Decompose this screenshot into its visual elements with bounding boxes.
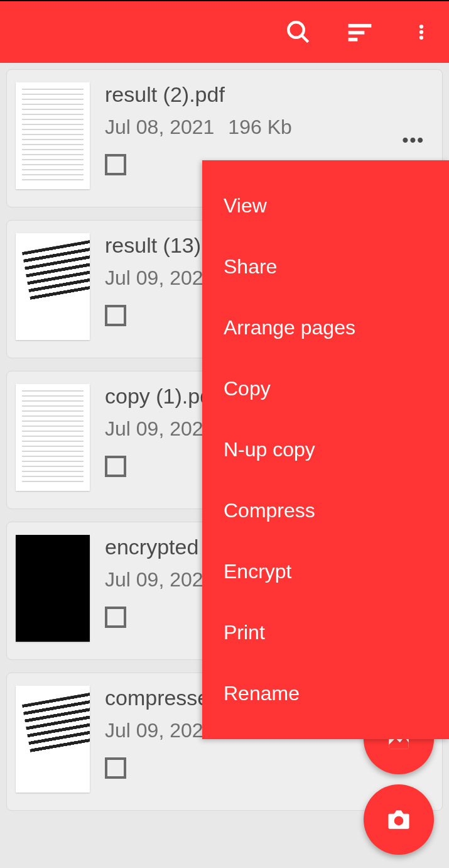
file-date: Jul 08, 2021 — [105, 116, 214, 139]
sort-icon[interactable] — [345, 17, 375, 47]
menu-item-encrypt[interactable]: Encrypt — [202, 541, 449, 602]
file-checkbox[interactable] — [105, 154, 126, 175]
menu-item-compress[interactable]: Compress — [202, 480, 449, 541]
svg-rect-3 — [349, 31, 365, 35]
file-checkbox[interactable] — [105, 607, 126, 628]
file-thumbnail — [16, 233, 90, 340]
search-icon[interactable] — [283, 17, 313, 47]
file-size: 196 Kb — [228, 116, 291, 139]
file-checkbox[interactable] — [105, 305, 126, 326]
svg-line-1 — [301, 35, 308, 42]
svg-point-10 — [394, 816, 404, 826]
file-thumbnail — [16, 535, 90, 642]
svg-point-7 — [419, 36, 423, 40]
menu-item-arrange-pages[interactable]: Arrange pages — [202, 297, 449, 358]
svg-point-0 — [288, 22, 304, 38]
file-thumbnail — [16, 384, 90, 491]
file-date: Jul 09, 2021 — [105, 266, 214, 290]
file-date: Jul 09, 2021 — [105, 568, 214, 591]
app-bar — [0, 1, 449, 63]
svg-rect-4 — [349, 38, 358, 41]
camera-fab[interactable] — [364, 784, 434, 855]
file-date: Jul 09, 2021 — [105, 719, 214, 742]
menu-item-view[interactable]: View — [202, 175, 449, 236]
overflow-icon[interactable] — [406, 17, 436, 47]
file-checkbox[interactable] — [105, 757, 126, 779]
menu-item-nup-copy[interactable]: N-up copy — [202, 419, 449, 480]
file-checkbox[interactable] — [105, 456, 126, 477]
file-date: Jul 09, 2021 — [105, 417, 214, 441]
svg-point-6 — [419, 30, 423, 34]
menu-item-share[interactable]: Share — [202, 236, 449, 297]
svg-point-5 — [419, 25, 423, 28]
file-thumbnail — [16, 82, 90, 189]
file-meta: Jul 08, 2021 196 Kb — [105, 116, 433, 139]
menu-item-print[interactable]: Print — [202, 602, 449, 663]
more-icon[interactable]: ••• — [403, 130, 425, 150]
file-thumbnail — [16, 686, 90, 793]
menu-item-rename[interactable]: Rename — [202, 663, 449, 724]
file-name: result (2).pdf — [105, 82, 433, 107]
context-menu: View Share Arrange pages Copy N-up copy … — [202, 160, 449, 739]
svg-rect-2 — [349, 24, 372, 28]
menu-item-copy[interactable]: Copy — [202, 358, 449, 419]
